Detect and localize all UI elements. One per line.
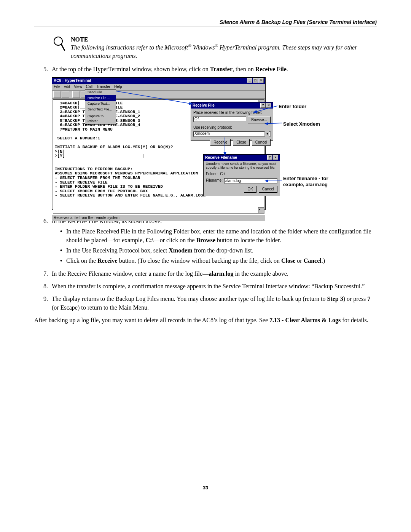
step-8: When the transfer is complete, a confirm… — [49, 282, 377, 291]
toolbar-btn-3[interactable] — [72, 91, 80, 98]
t: 7 — [367, 296, 370, 302]
page-header: Silence Alarm & Backup Log Files (Servic… — [34, 19, 377, 27]
step5-text3: . — [287, 66, 288, 72]
callout-enter-filename: Enter filename - for example, alarm.log — [283, 176, 333, 188]
menu-item-capture-printer[interactable]: Capture to Printer — [85, 113, 116, 124]
t: Close — [281, 257, 295, 264]
rf-protocol-label: Use receiving protocol: — [193, 125, 271, 131]
fn-titlebar: Receive Filename ? × — [204, 155, 280, 161]
browse-button[interactable]: Browse... — [248, 117, 271, 124]
fn-folder-label: Folder: — [206, 171, 218, 177]
svg-point-0 — [54, 37, 62, 45]
rf-title: Receive File — [193, 103, 215, 109]
t: Receive — [97, 257, 117, 264]
hyperterminal-figure: AC8 - HyperTerminal _ □ × File Edit View… — [52, 77, 377, 211]
receive-file-dialog: Receive File ? × Place received file in … — [191, 102, 273, 141]
fn-title: Receive Filename — [205, 155, 237, 161]
callout-enter-folder: Enter folder — [279, 103, 306, 110]
t: Cancel — [304, 257, 322, 264]
ht-toolbar — [52, 91, 265, 99]
t: (or Escape) to return to the Main Menu. — [52, 304, 149, 311]
t: In the Receive Filename window, enter a … — [52, 270, 209, 277]
close-button[interactable]: Close — [233, 139, 250, 146]
rf-titlebar: Receive File ? × — [191, 102, 273, 109]
t: in the example above. — [233, 270, 288, 277]
t: button to locate the folder. — [215, 237, 281, 243]
t: Browse — [196, 237, 215, 243]
transfer-dropdown: Send File ... Receive File ... Capture T… — [85, 89, 116, 125]
t: In the Use Receiving Protocol box, selec… — [66, 247, 169, 254]
help-icon[interactable]: ? — [267, 155, 272, 160]
t: from the drop-down list. — [192, 247, 253, 254]
t: After backing up a log file, you may wan… — [34, 317, 269, 323]
close-icon[interactable]: × — [273, 155, 278, 160]
t: Click on the — [66, 257, 97, 264]
note-text-2: Windows — [191, 44, 215, 51]
after-paragraph: After backing up a log file, you may wan… — [34, 316, 377, 324]
t: .) — [322, 257, 325, 264]
rf-folder-label: Place received file in the following fol… — [193, 110, 271, 116]
note-block: NOTE The following instructions refer to… — [53, 36, 377, 60]
t: ) or press — [343, 296, 368, 302]
step6-bullet-3: Click on the Receive button. (To close t… — [66, 256, 377, 265]
menu-item-capture-text[interactable]: Capture Text... — [85, 101, 116, 107]
close-icon[interactable]: × — [258, 78, 264, 83]
toolbar-btn-2[interactable] — [62, 91, 69, 98]
ht-menubar: File Edit View Call Transfer Help Send F… — [52, 84, 265, 91]
ht-titlebar: AC8 - HyperTerminal _ □ × — [52, 78, 265, 84]
terminal-text: 1=BACKU| |ILE 2=BACKU|_____________|ILE … — [55, 101, 206, 198]
step5-text2: , then on — [233, 66, 255, 72]
note-body: The following instructions refer to the … — [71, 43, 377, 60]
menu-file[interactable]: File — [54, 84, 60, 90]
rf-folder-input[interactable] — [193, 117, 246, 122]
receive-button[interactable]: Receive — [210, 139, 231, 146]
steps-list: At the top of the HyperTerminal window, … — [34, 65, 377, 312]
note-title: NOTE — [71, 36, 377, 43]
fn-hint: Xmodem never sends a filename, so you mu… — [206, 162, 277, 170]
ht-title-text: AC8 - HyperTerminal — [54, 78, 91, 84]
step5-receive-file: Receive File — [255, 66, 287, 72]
toolbar-btn-1[interactable] — [53, 91, 61, 98]
t: alarm.log — [209, 270, 233, 277]
rf-protocol-combo[interactable]: Xmodem ▾ — [193, 131, 271, 137]
callout-select-xmodem: Select Xmodem — [283, 121, 320, 128]
chevron-down-icon: ▾ — [264, 131, 269, 137]
step5-transfer: Transfer — [210, 66, 233, 72]
fn-folder-value: C:\ — [220, 171, 225, 177]
menu-item-send-text-file[interactable]: Send Text File... — [85, 107, 116, 112]
minimize-icon[interactable]: _ — [247, 78, 252, 83]
step-5: At the top of the HyperTerminal window, … — [49, 65, 377, 211]
step6-bullet-1: In the Place Received File in the Follow… — [66, 227, 377, 244]
ok-button[interactable]: OK — [244, 186, 256, 193]
t: for details. — [341, 317, 368, 323]
step6-bullets: In the Place Received File in the Follow… — [52, 227, 377, 265]
t: C:\ — [145, 237, 153, 243]
cancel-button[interactable]: Cancel — [259, 186, 277, 193]
cancel-button[interactable]: Cancel — [252, 139, 271, 146]
help-icon[interactable]: ? — [260, 103, 266, 108]
fn-filename-input[interactable] — [224, 178, 277, 184]
menu-view[interactable]: View — [74, 84, 82, 90]
fn-filename-label: Filename: — [206, 178, 223, 184]
note-text-1: The following instructions refer to the … — [71, 44, 188, 51]
svg-line-1 — [61, 44, 65, 51]
t: Xmodem — [169, 247, 192, 254]
header-rule — [34, 27, 377, 27]
menu-item-receive-file[interactable]: Receive File ... — [85, 95, 116, 101]
scroll-down-icon[interactable]: ▾ — [258, 207, 264, 213]
maximize-icon[interactable]: □ — [253, 78, 258, 83]
step5-text: At the top of the HyperTerminal window, … — [52, 66, 210, 72]
step-7: In the Receive Filename window, enter a … — [49, 269, 377, 278]
step-6: In the Receive File window, as shown abo… — [49, 217, 377, 265]
t: 7.13 - Clear Alarms & Logs — [269, 317, 341, 323]
receive-filename-dialog: Receive Filename ? × Xmodem never sends … — [203, 154, 280, 196]
menu-edit[interactable]: Edit — [64, 84, 70, 90]
rf-protocol-value: Xmodem — [194, 131, 210, 137]
ht-statusbar: Receives a file from the remote system — [52, 214, 265, 221]
menu-item-send-file[interactable]: Send File ... — [85, 89, 116, 95]
t: or — [295, 257, 303, 264]
t: button. (To close the window without bac… — [118, 257, 281, 264]
close-icon[interactable]: × — [266, 103, 271, 108]
t: Step 3 — [327, 296, 343, 302]
step-9: The display returns to the Backup Log Fi… — [49, 294, 377, 312]
